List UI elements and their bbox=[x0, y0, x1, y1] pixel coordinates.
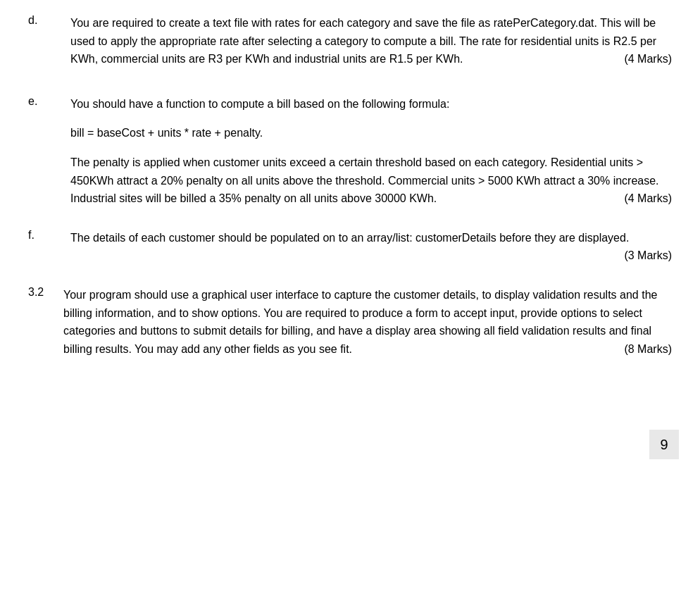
section-body-3-2: Your program should use a graphical user… bbox=[63, 286, 672, 358]
question-text-e-line1: You should have a function to compute a … bbox=[70, 95, 672, 113]
question-text-e-line2: bill = baseCost + units * rate + penalty… bbox=[70, 124, 672, 142]
question-item-e: e. You should have a function to compute… bbox=[28, 95, 672, 208]
page-number: 9 bbox=[649, 430, 679, 459]
marks-3-2: (8 Marks) bbox=[624, 340, 672, 359]
question-text-f: The details of each customer should be p… bbox=[70, 229, 672, 247]
question-label-d: d. bbox=[28, 14, 70, 74]
question-text-d: You are required to create a text file w… bbox=[70, 14, 672, 68]
question-label-f: f. bbox=[28, 229, 70, 265]
marks-f: (3 Marks) bbox=[624, 247, 672, 265]
marks-e: (4 Marks) bbox=[624, 189, 672, 208]
question-body-f: The details of each customer should be p… bbox=[70, 229, 672, 265]
section-3-2: 3.2 Your program should use a graphical … bbox=[28, 286, 672, 358]
question-item-f: f. The details of each customer should b… bbox=[28, 229, 672, 265]
question-label-e: e. bbox=[28, 95, 70, 208]
question-text-d-content: You are required to create a text file w… bbox=[70, 17, 656, 65]
question-text-f-content: The details of each customer should be p… bbox=[70, 232, 629, 244]
question-item-d: d. You are required to create a text fil… bbox=[28, 14, 672, 74]
section-label-3-2: 3.2 bbox=[28, 286, 63, 358]
question-body-d: You are required to create a text file w… bbox=[70, 14, 672, 74]
marks-d: (4 Marks) bbox=[624, 50, 672, 68]
section-text-3-2: Your program should use a graphical user… bbox=[63, 289, 657, 355]
question-text-e-penalty: The penalty is applied when customer uni… bbox=[70, 154, 672, 208]
page-content: d. You are required to create a text fil… bbox=[28, 14, 672, 358]
question-body-e: You should have a function to compute a … bbox=[70, 95, 672, 208]
